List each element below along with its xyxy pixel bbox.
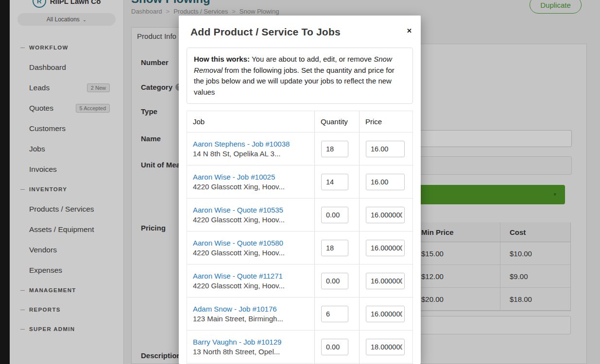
job-cell: Adam Snow - Job #10176123 Main Street, B… [187,298,314,330]
quantity-cell [314,132,359,165]
job-link[interactable]: Aaron Wise - Quote #11271 [193,272,314,280]
add-product-service-modal: Add Product / Service To Jobs ✕ How this… [179,16,421,364]
quantity-input[interactable] [321,273,348,289]
jobs-table: Job Quantity Price Aaron Stephens - Job … [187,111,413,364]
quantity-input[interactable] [321,141,348,157]
price-cell [359,132,412,165]
quantity-input[interactable] [321,207,348,223]
price-cell [359,265,412,297]
job-address: 4220 Glasscott Xing, Hoov... [193,215,314,224]
price-input[interactable] [366,207,405,223]
job-address: 4220 Glasscott Xing, Hoov... [193,281,314,290]
app-root: R RIIPL Lawn Co All Locations ⌄ WORKFLOW… [0,0,600,364]
how-it-works-bold: How this works: [194,55,250,63]
price-cell [359,165,412,198]
price-input[interactable] [366,273,405,289]
job-table-row: Aaron Wise - Quote #105354220 Glasscott … [187,199,412,232]
job-table-row: Aaron Wise - Job #100254220 Glasscott Xi… [187,165,412,199]
job-table-row: Barry Vaughn - Job #1012913 North 8th St… [187,331,412,364]
modal-title: Add Product / Service To Jobs [190,26,409,38]
job-cell: Aaron Wise - Quote #112714220 Glasscott … [187,265,314,297]
close-icon[interactable]: ✕ [405,25,414,36]
job-cell: Aaron Wise - Quote #105354220 Glasscott … [187,199,314,231]
price-column-header: Price [359,111,412,132]
job-link[interactable]: Aaron Wise - Quote #10535 [193,206,314,214]
price-input[interactable] [366,141,405,157]
job-table-row: Aaron Wise - Quote #105804220 Glasscott … [187,232,412,265]
job-cell: Aaron Wise - Quote #105804220 Glasscott … [187,232,314,264]
price-input[interactable] [366,306,405,322]
price-input[interactable] [366,174,405,190]
quantity-input[interactable] [321,240,348,256]
quantity-column-header: Quantity [314,111,359,132]
price-cell [359,298,412,330]
quantity-cell [314,165,359,198]
quantity-input[interactable] [321,306,348,322]
jobs-table-header: Job Quantity Price [187,111,412,132]
job-address: 123 Main Street, Birmingh... [193,314,314,323]
quantity-cell [314,199,359,231]
job-table-row: Adam Snow - Job #10176123 Main Street, B… [187,298,412,331]
job-cell: Barry Vaughn - Job #1012913 North 8th St… [187,331,314,363]
job-address: 4220 Glasscott Xing, Hoov... [193,248,314,257]
price-cell [359,232,412,264]
job-link[interactable]: Aaron Wise - Job #10025 [193,173,314,181]
price-cell [359,331,412,363]
quantity-input[interactable] [321,339,348,355]
price-input[interactable] [366,339,405,355]
quantity-input[interactable] [321,174,348,190]
job-cell: Aaron Wise - Job #100254220 Glasscott Xi… [187,165,314,198]
jobs-table-body: Aaron Stephens - Job #1003814 N 8th St, … [187,132,412,364]
job-table-row: Aaron Stephens - Job #1003814 N 8th St, … [187,132,412,165]
job-cell: Aaron Stephens - Job #1003814 N 8th St, … [187,132,314,165]
job-link[interactable]: Adam Snow - Job #10176 [193,305,314,313]
job-table-row: Aaron Wise - Quote #112714220 Glasscott … [187,265,412,298]
price-input[interactable] [366,240,405,256]
job-link[interactable]: Barry Vaughn - Job #10129 [193,338,314,346]
job-link[interactable]: Aaron Stephens - Job #10038 [193,140,314,148]
job-address: 13 North 8th Street, Opel... [193,347,314,356]
how-it-works-text-2: from the following jobs. Set the quantit… [194,66,394,96]
job-address: 14 N 8th St, Opelika AL 3... [193,149,314,158]
quantity-cell [314,298,359,330]
modal-header: Add Product / Service To Jobs ✕ [179,16,421,46]
job-address: 4220 Glasscott Xing, Hoov... [193,182,314,191]
job-column-header: Job [187,111,314,132]
how-it-works-note: How this works: You are about to add, ed… [187,48,413,104]
how-it-works-text-1: You are about to add, edit, or remove [250,55,374,63]
quantity-cell [314,265,359,297]
job-link[interactable]: Aaron Wise - Quote #10580 [193,239,314,247]
price-cell [359,199,412,231]
quantity-cell [314,232,359,264]
quantity-cell [314,331,359,363]
